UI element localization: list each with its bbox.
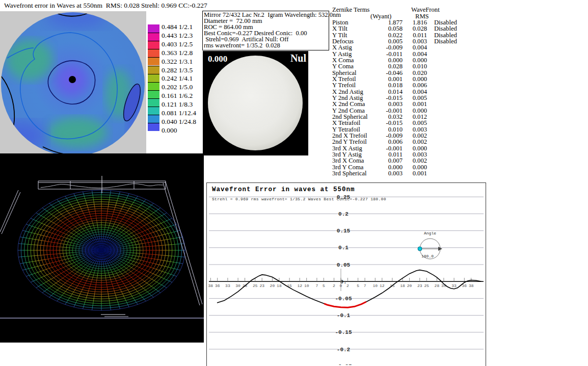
zernike-cell: Y Coma [332, 63, 354, 69]
svg-text:-0.1: -0.1 [337, 312, 351, 319]
profile-curve-highlight [324, 302, 366, 307]
legend-swatch [148, 41, 159, 49]
svg-text:-0.15: -0.15 [335, 329, 352, 335]
contour-legend: 0.484 1/2.10.443 1/2.30.403 1/2.50.363 1… [147, 24, 204, 147]
svg-text:7: 7 [315, 283, 318, 288]
zernike-table: Zernike Terms WaveFront (Wyant) RMS Pist… [331, 5, 469, 181]
zernike-rows: Piston1.8771.816DisabledX Tilt0.0580.028… [331, 19, 469, 176]
zernike-cell: X Tilt [332, 25, 348, 32]
zernike-title: Zernike Terms [332, 6, 369, 14]
svg-text:30: 30 [235, 283, 240, 288]
legend-label: 0.202 1/5.0 [162, 83, 193, 91]
angle-value: 180.0 [421, 254, 434, 258]
angle-indicator[interactable]: Angle180.0 [418, 231, 442, 259]
igram-null-label: Nul [290, 53, 306, 64]
legend-swatch [148, 66, 159, 74]
wavefront-contour-panel [0, 11, 146, 153]
zernike-cell: 0.010 [388, 63, 427, 69]
legend-swatch [148, 98, 159, 107]
svg-text:20: 20 [407, 283, 412, 288]
legend-swatch [148, 24, 159, 33]
zernike-cell: X 2nd Coma [332, 101, 365, 107]
report-title: Wavefront error in Waves at 550nm RMS: 0… [4, 2, 207, 10]
wavefront-analysis-window: Wavefront error in Waves at 550nm RMS: 0… [0, 0, 588, 366]
zernike-cell: 3rd X Coma [332, 158, 364, 164]
legend-swatch [148, 33, 159, 41]
zernike-row: 2nd Y Trefoil0.0060.002 [331, 139, 469, 145]
angle-label: Angle [424, 231, 436, 236]
zernike-cell: Disabled [434, 38, 457, 44]
zernike-cell: 0.028 [388, 25, 427, 32]
legend-swatch [148, 74, 159, 82]
zernike-row: Y Trefoil0.0180.006 [331, 82, 469, 88]
surface-3d-plot [0, 153, 204, 343]
zernike-row: 3rd Spherical0.0030.001 [331, 170, 469, 176]
svg-text:38: 38 [208, 283, 213, 288]
profile-plot-panel: 0.250.20.150.10.050.-0.05-0.1-0.15-0.2-0… [206, 182, 486, 366]
legend-label: 0.443 1/2.3 [162, 32, 193, 40]
svg-text:-0.05: -0.05 [335, 296, 352, 302]
zernike-row: X Tetrafoil-0.0150.005 [331, 120, 469, 126]
zernike-cell: 0.001 [388, 170, 427, 176]
legend-label: 0.242 1/4.1 [162, 74, 193, 83]
legend-label: 0.121 1/8.3 [162, 100, 193, 109]
legend-label: 0.081 1/12.4 [162, 109, 196, 117]
contour-center-dot [69, 76, 76, 83]
svg-text:33: 33 [225, 283, 230, 288]
svg-text:12: 12 [297, 283, 302, 288]
zernike-row: X Tilt0.0580.028Disabled [331, 25, 469, 32]
legend-swatch [148, 82, 159, 90]
legend-label: 0.322 1/3.1 [162, 58, 193, 66]
svg-text:0.1: 0.1 [338, 245, 349, 251]
svg-text:2: 2 [333, 283, 335, 288]
legend-swatch [148, 123, 159, 131]
zernike-cell: Disabled [434, 25, 457, 32]
zernike-row: Y Coma0.0280.010 [331, 63, 469, 69]
legend-swatch [148, 115, 159, 123]
svg-text:18: 18 [400, 283, 405, 288]
svg-text:0.05: 0.05 [337, 262, 351, 268]
svg-text:5: 5 [357, 283, 359, 288]
zernike-row: X 2nd Coma0.0030.001 [331, 101, 469, 107]
zernike-row: X Astig-0.0090.004 [331, 44, 469, 50]
svg-text:18: 18 [277, 283, 282, 288]
svg-text:2: 2 [346, 283, 349, 288]
surface-mesh [18, 190, 185, 310]
legend-label: 0.403 1/2.5 [162, 40, 193, 48]
profile-plot: 0.250.20.150.10.050.-0.05-0.1-0.15-0.2-0… [207, 183, 486, 365]
zernike-cell: 0.004 [388, 44, 427, 50]
igram-frame-counter: 0.000 [208, 54, 227, 64]
info-line: rms wavefront= 1/35.2 0.028 [204, 42, 328, 48]
svg-text:20: 20 [270, 283, 275, 288]
wavefront-contour-map [0, 11, 146, 153]
zernike-cell: X Tetrafoil [332, 120, 360, 126]
svg-text:-0.25: -0.25 [335, 363, 352, 365]
svg-text:10: 10 [304, 283, 309, 288]
svg-text:25: 25 [424, 283, 429, 288]
surface-3d-panel [0, 153, 204, 343]
zernike-cell: 0.001 [388, 101, 427, 107]
zernike-cell: 0.006 [388, 82, 427, 88]
legend-label: 0.484 1/2.1 [162, 23, 193, 31]
igram-panel: 0.000 Nul [203, 51, 308, 155]
svg-text:0: 0 [340, 283, 342, 288]
mirror-info-box: Mirror 72/432 Lac Nr.2 Igram Wavelength:… [202, 11, 329, 50]
legend-label: 0.000 [162, 126, 177, 135]
svg-text:36: 36 [215, 283, 220, 288]
svg-text:38: 38 [469, 283, 474, 288]
svg-text:25: 25 [253, 283, 258, 288]
legend-label: 0.040 1/24.8 [162, 118, 196, 126]
legend-label: 0.282 1/3.5 [162, 66, 193, 74]
igram-image [203, 51, 308, 155]
angle-handle-dot[interactable] [418, 247, 422, 251]
profile-curve [217, 270, 482, 308]
legend-label: 0.161 1/6.2 [162, 92, 193, 100]
svg-text:28: 28 [435, 283, 440, 288]
legend-swatch [148, 107, 159, 115]
zernike-cell: 0.002 [388, 158, 427, 164]
legend-swatch [148, 57, 159, 65]
zernike-cell: 0.002 [388, 139, 427, 145]
svg-text:5: 5 [323, 283, 325, 288]
zernike-cell: X Astig [332, 44, 352, 50]
profile-plot-title: Wavefront Error in waves at 550nm [212, 186, 355, 193]
